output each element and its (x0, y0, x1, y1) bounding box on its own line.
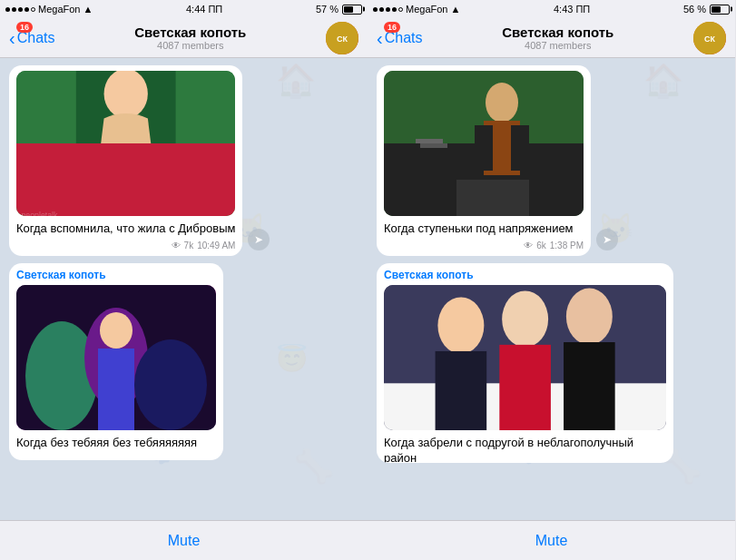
dot-r2 (379, 7, 384, 12)
message-text-1-left: Когда вспомнила, что жила с Дибровым (16, 221, 235, 237)
svg-point-44 (437, 297, 484, 353)
message-text-2-left: Когда без тебяяя без тебяяяяяяя (16, 436, 216, 451)
eye-icon-1: 👁 (172, 241, 181, 251)
signal-dots-right (373, 7, 403, 12)
chat-avatar-right[interactable]: СК (693, 22, 726, 54)
battery-pct-label-right: 56 % (683, 4, 706, 15)
back-button-left[interactable]: 16 ‹ Chats (9, 29, 54, 47)
dot-1 (5, 7, 10, 12)
svg-text:СК: СК (704, 34, 715, 44)
svg-rect-49 (564, 342, 615, 430)
forward-button-1-right[interactable]: ➤ (596, 229, 618, 251)
chat-avatar-left[interactable]: СК (326, 22, 358, 54)
status-left-right: MegaFon ▲ (373, 4, 460, 15)
status-bar-left: MegaFon ▲ 4:44 ПП 57 % (0, 0, 368, 18)
svg-text:🏠: 🏠 (643, 62, 684, 100)
dot-4 (25, 7, 29, 12)
chat-area-left[interactable]: 🐾 🦴 🏠 😺 🐱 🎀 😇 🐾 🦴 peopl (0, 58, 368, 520)
message-image-2-right (384, 285, 666, 430)
battery-fill-right (711, 6, 721, 13)
message-1-right: Когда ступеньки под напряжением 👁 6k 1:3… (377, 65, 591, 256)
status-time: 4:44 ПП (186, 4, 222, 15)
svg-point-13 (104, 71, 148, 119)
dot-3 (18, 7, 23, 12)
phone-screen-right: MegaFon ▲ 4:43 ПП 56 % 16 ‹ Chats Светск… (368, 0, 735, 560)
svg-text:🦴: 🦴 (294, 447, 335, 486)
wifi-icon-right: ▲ (450, 4, 460, 15)
dot-r3 (386, 7, 390, 12)
message-meta-1-left: 👁 7k 10:49 AM (16, 241, 235, 251)
message-image-1-left: peopletalk (16, 71, 235, 216)
status-time-right: 4:43 ПП (554, 4, 590, 15)
chat-subtitle-left: 4087 members (157, 40, 223, 51)
svg-text:peopletalk: peopletalk (21, 211, 58, 216)
chats-badge-left: 16 (16, 22, 33, 33)
svg-point-48 (566, 288, 613, 344)
carrier-name: MegaFon (38, 4, 80, 15)
svg-rect-39 (475, 125, 493, 171)
svg-rect-41 (456, 180, 529, 216)
chat-title-left: Светская копоть (134, 25, 246, 40)
svg-point-20 (100, 312, 132, 349)
svg-text:😇: 😇 (276, 343, 309, 375)
message-image-2-left (16, 285, 216, 430)
svg-point-19 (134, 339, 207, 430)
bottom-bar-left: Mute (0, 520, 368, 560)
svg-rect-47 (499, 345, 551, 430)
status-bar-right: MegaFon ▲ 4:43 ПП 56 % (368, 0, 735, 18)
mute-button-right[interactable]: Mute (535, 533, 568, 549)
channel-label-2-right: Светская копоть (384, 269, 666, 281)
dot-r5 (398, 7, 403, 12)
signal-dots (5, 7, 35, 12)
svg-text:🏠: 🏠 (276, 62, 317, 100)
views-1-left: 7k (184, 241, 194, 251)
wifi-icon: ▲ (83, 4, 93, 15)
svg-rect-21 (98, 349, 134, 430)
dot-5 (31, 7, 35, 12)
chevron-left-icon: ‹ (9, 29, 15, 47)
dot-2 (12, 7, 16, 12)
message-2-left: Светская копоть Когда без тебяяя без теб… (9, 263, 223, 460)
chat-area-right[interactable]: 🐾 🦴 🏠 😺 🐱 🎀 😇 🐾 🦴 (368, 58, 735, 520)
eye-icon-1-right: 👁 (524, 241, 533, 251)
svg-rect-36 (416, 139, 443, 143)
status-right: 57 % (316, 4, 362, 15)
time-1-left: 10:49 AM (197, 241, 235, 251)
battery-pct-label: 57 % (316, 4, 339, 15)
chat-title-right: Светская копоть (502, 25, 613, 40)
bottom-bar-right: Mute (368, 520, 735, 560)
svg-rect-40 (511, 125, 529, 171)
nav-bar-left: 16 ‹ Chats Светская копоть 4087 members … (0, 18, 368, 58)
battery-icon (342, 5, 362, 15)
message-text-2-right: Когда забрели с подругой в неблагополучн… (384, 436, 666, 463)
nav-center-right[interactable]: Светская копоть 4087 members (502, 25, 613, 51)
channel-label-2-left: Светская копоть (16, 269, 216, 281)
time-1-right: 1:38 PM (550, 241, 584, 251)
message-image-1-right (384, 71, 584, 216)
chat-subtitle-right: 4087 members (525, 40, 591, 51)
carrier-name-right: MegaFon (406, 4, 447, 15)
dot-r1 (373, 7, 378, 12)
message-2-right: Светская копоть Когда забрели с подругой… (377, 263, 673, 463)
message-text-1-right: Когда ступеньки под напряжением (384, 221, 584, 237)
status-left: MegaFon ▲ (5, 4, 93, 15)
nav-bar-right: 16 ‹ Chats Светская копоть 4087 members … (368, 18, 735, 58)
nav-center-left[interactable]: Светская копоть 4087 members (134, 25, 246, 51)
svg-point-37 (486, 83, 518, 123)
svg-rect-14 (16, 143, 235, 216)
svg-rect-45 (436, 351, 487, 430)
back-button-right[interactable]: 16 ‹ Chats (377, 29, 422, 47)
forward-button-1-left[interactable]: ➤ (248, 229, 270, 251)
status-right-right: 56 % (683, 4, 730, 15)
battery-fill (344, 6, 353, 13)
message-meta-1-right: 👁 6k 1:38 PM (384, 241, 584, 251)
svg-text:СК: СК (337, 34, 348, 44)
svg-rect-35 (420, 143, 447, 148)
message-1-left: peopletalk Когда вспомнила, что жила с Д… (9, 65, 242, 256)
mute-button-left[interactable]: Mute (168, 533, 201, 549)
svg-point-46 (502, 290, 548, 347)
phone-screen-left: MegaFon ▲ 4:44 ПП 57 % 16 ‹ Chats Светск… (0, 0, 368, 560)
chevron-left-icon-right: ‹ (377, 29, 383, 47)
views-1-right: 6k (536, 241, 546, 251)
dot-r4 (392, 7, 397, 12)
